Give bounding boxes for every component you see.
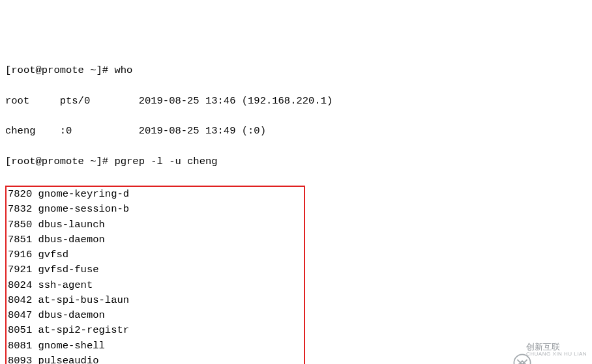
svg-point-0 (514, 354, 531, 364)
pgrep-output-box: 7820 gnome-keyring-d7832 gnome-session-b… (5, 186, 305, 364)
process-row: 8042 at-spi-bus-laun (8, 293, 303, 308)
process-row: 8081 gnome-shell (8, 339, 303, 354)
process-row: 7850 dbus-launch (8, 217, 303, 232)
watermark: 创新互联 CHUANG XIN HU LIAN (504, 341, 587, 359)
process-row: 7832 gnome-session-b (8, 202, 303, 217)
command-who: who (114, 64, 132, 76)
process-row: 8051 at-spi2-registr (8, 323, 303, 338)
prompt-line-1: [root@promote ~]# who (5, 63, 587, 78)
process-row: 7921 gvfsd-fuse (8, 262, 303, 277)
who-output-row: cheng :0 2019-08-25 13:49 (:0) (5, 124, 587, 139)
command-pgrep: pgrep -l -u cheng (114, 156, 217, 167)
shell-prompt: [root@promote ~]# (5, 64, 114, 76)
who-output-row: root pts/0 2019-08-25 13:46 (192.168.220… (5, 94, 587, 109)
watermark-main: 创新互联 (526, 343, 587, 352)
process-row: 7916 gvfsd (8, 247, 303, 262)
shell-prompt: [root@promote ~]# (5, 156, 114, 167)
watermark-logo-icon (504, 341, 522, 359)
process-row: 7820 gnome-keyring-d (8, 187, 303, 202)
process-row: 8024 ssh-agent (8, 278, 303, 293)
prompt-line-2: [root@promote ~]# pgrep -l -u cheng (5, 154, 587, 169)
process-row: 8093 pulseaudio (8, 354, 303, 364)
process-row: 8047 dbus-daemon (8, 308, 303, 323)
process-row: 7851 dbus-daemon (8, 232, 303, 247)
watermark-sub: CHUANG XIN HU LIAN (526, 352, 587, 357)
